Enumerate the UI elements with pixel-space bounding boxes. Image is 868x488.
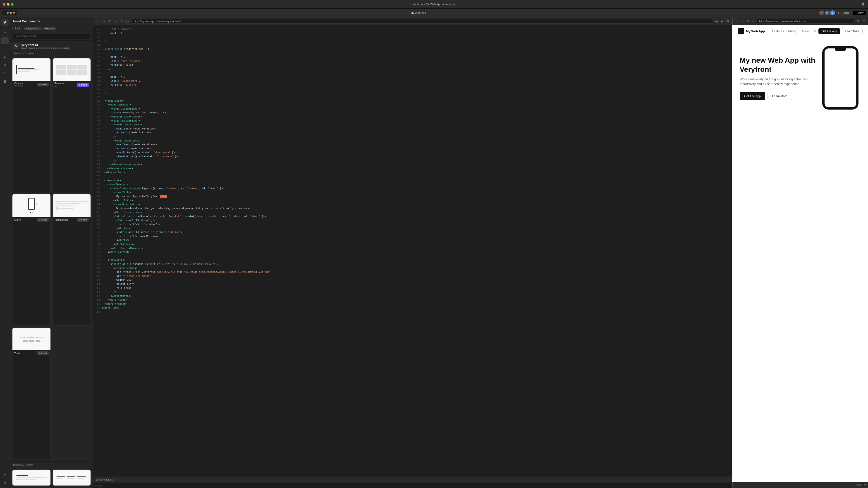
- pv-forward-btn[interactable]: →: [740, 19, 745, 23]
- code-content[interactable]: label: 'About', href: '#' } ] export con…: [101, 25, 732, 476]
- layers-button[interactable]: ⊟: [1, 62, 9, 69]
- pv-fit-btn[interactable]: ⊡: [864, 484, 866, 487]
- reload-btn[interactable]: ↻: [108, 19, 112, 24]
- hero-buttons: Get The App Learn More: [740, 92, 820, 100]
- hero-content: My new Web App with Veryfront Work seaml…: [740, 56, 820, 100]
- theme-toggle-icon[interactable]: ☀: [813, 29, 817, 33]
- preview-nav-actions: ← → ↻ ☆: [734, 19, 755, 23]
- features-insert-btn[interactable]: ⊕ Insert: [77, 83, 89, 87]
- share-nav-btn[interactable]: ⇪: [120, 19, 124, 24]
- slider-insert-btn[interactable]: ⊕ Insert: [37, 218, 49, 222]
- testimonials-label: Testimonials: [55, 218, 68, 221]
- icon-sidebar: V ＋ ⊡ ⊞ ◈ ⊟ ⬚ ☰ ? ⚙: [0, 17, 10, 488]
- logs-bar[interactable]: ▷ Logs: [93, 483, 732, 488]
- app-nav: Features Pricing About: [772, 29, 809, 33]
- library-badge[interactable]: Veryfront UI: [24, 27, 41, 30]
- app-header-right: ☀ Get The App Learn More: [813, 28, 863, 34]
- fullscreen-icon[interactable]: ⊞: [862, 2, 865, 6]
- pv-fullscreen-btn[interactable]: ⊡: [862, 19, 866, 23]
- code-editor: ← → ↻ ☆ ⇪ ▷ ◀ ▶ ⚙ 2021222324 2526272829 …: [93, 17, 732, 488]
- saved-versions-btn[interactable]: Saved Versions: [95, 478, 113, 481]
- slider-thumb: ‹ ›: [12, 194, 51, 217]
- window-controls: [3, 3, 13, 6]
- search-input[interactable]: [12, 33, 91, 39]
- add-button[interactable]: ＋: [1, 29, 9, 36]
- pv-settings-btn[interactable]: ⚙: [856, 19, 861, 23]
- editor-bottom: Saved Versions: [93, 476, 732, 483]
- features-label: Features: [55, 82, 64, 85]
- nav-back-btn[interactable]: ←: [95, 19, 100, 24]
- panel-nav: < Back Veryfront UI Sections: [10, 25, 93, 32]
- close-dot[interactable]: [3, 3, 5, 6]
- brand-logo[interactable]: V: [1, 19, 9, 26]
- home-tab[interactable]: Home: [2, 10, 18, 16]
- footer-thumb-1: [12, 470, 51, 486]
- app-logo-icon: [738, 28, 744, 34]
- prev-btn[interactable]: ◀: [714, 19, 718, 24]
- editor-toolbar: ← → ↻ ☆ ⇪ ▷ ◀ ▶ ⚙: [93, 17, 732, 25]
- trust-insert-btn[interactable]: ⊕ Insert: [37, 351, 49, 355]
- trust-card[interactable]: Trusted by leading companies Trust ⊕ Ins…: [12, 328, 51, 459]
- hero-learn-more-btn[interactable]: Learn More: [768, 92, 792, 100]
- features-label-row: Features ··· ⊕ Insert: [53, 81, 91, 89]
- nav-about[interactable]: About: [802, 29, 809, 33]
- maximize-dot[interactable]: [11, 3, 13, 6]
- components-button[interactable]: ⊡: [1, 37, 9, 44]
- features-more[interactable]: ···: [55, 85, 57, 88]
- pv-zoom-label: 100%: [856, 484, 862, 487]
- minimize-dot[interactable]: [7, 3, 9, 6]
- nav-pricing[interactable]: Pricing: [788, 29, 797, 33]
- slider-card[interactable]: ‹ › Slider ⊕ Insert: [12, 194, 51, 326]
- features-card[interactable]: Features ··· ⊕ Insert: [53, 58, 91, 192]
- collaborator-avatars: A B C: [819, 10, 835, 16]
- assets-button[interactable]: ⬚: [1, 70, 9, 77]
- slider-label-row: Slider ⊕ Insert: [12, 217, 51, 222]
- content-card[interactable]: Content Reversed ⊕ Insert: [12, 58, 51, 192]
- pages-button[interactable]: ☰: [1, 78, 9, 85]
- preview-right-actions: ⚙ ⊡: [856, 19, 866, 23]
- testimonials-insert-btn[interactable]: ⊕ Insert: [77, 218, 89, 222]
- footer-cards-grid: [10, 467, 93, 488]
- avatar-2: B: [825, 10, 830, 16]
- hero-get-app-btn[interactable]: Get The App: [740, 92, 765, 100]
- features-thumb: [53, 58, 91, 81]
- footer-card-2[interactable]: [53, 469, 91, 486]
- pv-back-btn[interactable]: ←: [734, 19, 739, 23]
- components-grid: Content Reversed ⊕ Insert: [10, 56, 93, 461]
- url-bar[interactable]: [131, 19, 713, 24]
- deploy-button[interactable]: Deploy: [853, 11, 866, 15]
- nav-forward-btn[interactable]: →: [101, 19, 106, 24]
- title-bar-actions: ⊞: [862, 2, 865, 6]
- components-panel: Insert Components < Back Veryfront UI Se…: [10, 17, 93, 488]
- content-insert-btn[interactable]: ⊕ Insert: [37, 83, 49, 87]
- play-btn[interactable]: ▷: [126, 19, 130, 24]
- search-box: [10, 32, 93, 41]
- hero-image: [820, 46, 861, 110]
- footer-card-1[interactable]: [12, 469, 51, 486]
- back-button[interactable]: < Back: [12, 27, 21, 30]
- pv-reload-btn[interactable]: ↻: [746, 19, 750, 23]
- sections-content-label: Sections / Content: [10, 50, 93, 56]
- next-btn[interactable]: ▶: [720, 19, 724, 24]
- trust-label-row: Trust ⊕ Insert: [12, 350, 51, 356]
- footer-thumb-2: [53, 470, 91, 486]
- modified-indicator: [13, 12, 15, 13]
- header-get-app-btn[interactable]: Get The App: [818, 28, 840, 34]
- sections-badge[interactable]: Sections: [43, 27, 56, 30]
- share-button[interactable]: Share: [840, 11, 851, 15]
- library-info: Veryfront UI Ready-made components fast …: [21, 43, 70, 49]
- bookmark-btn[interactable]: ☆: [114, 19, 118, 24]
- settings-button[interactable]: ⚙: [1, 479, 9, 486]
- layout-button[interactable]: ⊞: [1, 45, 9, 53]
- content-sublabel: Reversed: [14, 85, 23, 87]
- header-learn-more-btn[interactable]: Learn More: [842, 28, 863, 34]
- pv-bookmark-btn[interactable]: ☆: [751, 19, 755, 23]
- editor-settings-btn[interactable]: ⚙: [725, 19, 730, 24]
- preview-url-bar[interactable]: [757, 19, 855, 24]
- content-label: Content: [14, 82, 23, 85]
- shapes-button[interactable]: ◈: [1, 54, 9, 61]
- help-button[interactable]: ?: [1, 472, 9, 479]
- nav-features[interactable]: Features: [772, 29, 783, 33]
- testimonials-card[interactable]: Testimonials ⊕ Insert: [53, 194, 91, 326]
- trust-thumb: Trusted by leading companies: [12, 328, 51, 350]
